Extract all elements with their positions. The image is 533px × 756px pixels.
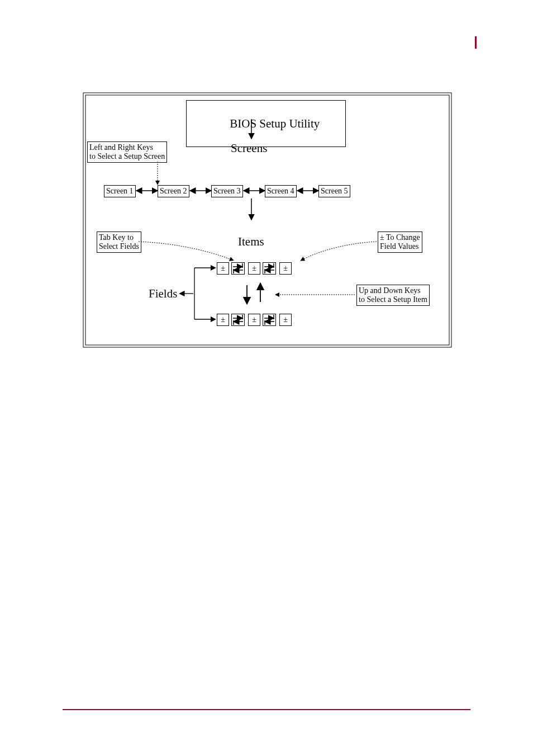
footer-divider xyxy=(63,709,470,710)
page: BIOS Setup Utility Screens Left and Righ… xyxy=(0,0,533,756)
bios-navigation-diagram: BIOS Setup Utility Screens Left and Righ… xyxy=(83,92,452,348)
text-cursor xyxy=(475,36,477,49)
fields-bracket xyxy=(83,92,452,348)
